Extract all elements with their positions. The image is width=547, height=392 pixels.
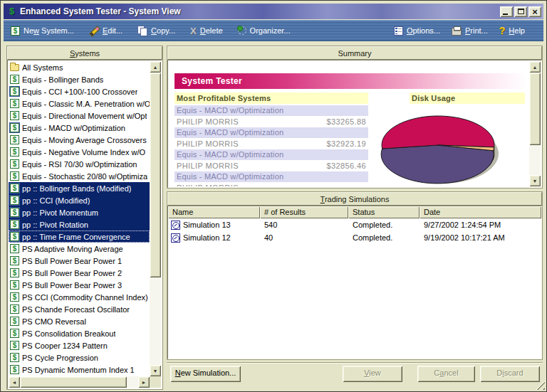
systems-list-item[interactable]: $Equis - RSI 70/30 w/Optimization [9, 158, 150, 170]
systems-list-item[interactable]: $PS CCI (Commodity Channel Index) [9, 291, 150, 303]
system-dollar-icon: $ [10, 280, 19, 290]
systems-listbox: All Systems$Equis - Bollinger Bands$Equi… [7, 60, 162, 389]
system-dollar-icon: $ [10, 220, 19, 229]
systems-list-item[interactable]: $Equis - Moving Average Crossovers [9, 134, 150, 146]
summary-vertical-scrollbar[interactable]: ▲ ▼ [529, 61, 541, 186]
systems-list-item[interactable]: $PS Dynamic Momentum Index 1 [9, 364, 150, 376]
systems-list-item[interactable]: $PS Cooper 1234 Pattern [9, 339, 150, 351]
organizer-icon [238, 26, 246, 35]
profitable-system-row: Equis - MACD w/Optimization [174, 105, 368, 116]
toolbar-delete-button[interactable]: XDelete [190, 26, 222, 36]
systems-list-item[interactable]: $PS Chande Forecast Oscillator [9, 303, 150, 315]
simulation-status: Completed. [348, 233, 420, 242]
toolbar-label: Copy... [151, 26, 175, 35]
systems-list-item[interactable]: $PS Bull Power Bear Power 3 [9, 279, 150, 291]
simulation-name: Simulation 13 [183, 221, 231, 229]
toolbar-options-button[interactable]: Options... [394, 26, 440, 36]
minimize-button[interactable] [500, 6, 513, 17]
profitable-symbol-row: PHILIP MORRIS [174, 182, 368, 186]
systems-list-item[interactable]: $PS Bull Power Bear Power 2 [9, 267, 150, 279]
profitable-symbol-row: PHILIP MORRIS$32856.46 [174, 160, 368, 171]
column-header-date[interactable]: Date [420, 206, 541, 218]
toolbar: $New System...Edit...Copy...XDeleteOrgan… [4, 20, 543, 41]
systems-list-item[interactable]: $pp :: Pivot Momentum [9, 206, 150, 218]
toolbar-organizer-button[interactable]: Organizer... [238, 26, 291, 35]
system-dollar-icon: $ [10, 99, 19, 108]
scroll-right-icon[interactable]: ► [138, 376, 150, 388]
discard-button[interactable]: Discard [480, 366, 540, 382]
scroll-down-icon[interactable]: ▼ [529, 175, 541, 186]
column-header-name[interactable]: Name [168, 206, 260, 218]
systems-list-item[interactable]: $Equis - Stochastic 20/80 w/Optimiza [9, 170, 150, 182]
maximize-button[interactable] [514, 6, 527, 17]
systems-list-item[interactable]: $Equis - CCI +100/-100 Crossover [9, 85, 150, 97]
disk-usage-header: Disk Usage [410, 92, 525, 104]
systems-list-item[interactable]: $pp :: Time Frame Convergence [9, 231, 150, 243]
systems-list-item[interactable]: $PS CMO Reversal [9, 315, 150, 327]
simulation-row[interactable]: Simulation 13540Completed.9/27/2002 1:24… [168, 218, 541, 231]
toolbar-help-button[interactable]: ?Help [499, 26, 525, 36]
system-label: Equis - Negative Volume Index w/O [22, 148, 145, 157]
toolbar-label: New System... [24, 26, 74, 35]
symbol-name: PHILIP MORRIS [177, 182, 239, 186]
systems-list-item[interactable]: $PS Consolidation Breakout [9, 327, 150, 339]
simulation-name: Simulation 12 [183, 233, 231, 242]
copy-icon [137, 26, 147, 36]
main-area: Systems All Systems$Equis - Bollinger Ba… [4, 42, 543, 388]
scrollbar-thumb[interactable] [150, 73, 161, 277]
simulation-row[interactable]: Simulation 1240Completed.9/19/2002 10:17… [168, 231, 541, 244]
system-dollar-icon: $ [10, 365, 19, 374]
simulation-date: 9/19/2002 10:17:21 AM [420, 233, 541, 242]
symbol-name: PHILIP MORRIS [177, 116, 239, 127]
systems-list-item[interactable]: $pp :: Bollinger Bands (Modified) [9, 182, 150, 194]
systems-list-item[interactable]: $Equis - Directional Movement w/Opt [9, 110, 150, 122]
systems-list-item[interactable]: $PS Adaptive Moving Average [9, 243, 150, 255]
systems-vertical-scrollbar[interactable]: ▲ ▼ [150, 61, 161, 376]
disk-usage-pie-chart [380, 111, 502, 186]
simulation-icon [171, 233, 180, 243]
systems-list-item[interactable]: $pp :: CCI (Modified) [9, 194, 150, 206]
view-button[interactable]: View [343, 366, 402, 382]
system-label: pp :: Pivot Rotation [22, 221, 88, 229]
toolbar-edit-button[interactable]: Edit... [89, 26, 123, 36]
column-header-status[interactable]: Status [348, 206, 420, 218]
cancel-button[interactable]: Cancel [417, 366, 475, 382]
toolbar-label: Edit... [103, 26, 123, 35]
scroll-up-icon[interactable]: ▲ [150, 61, 161, 73]
scroll-down-icon[interactable]: ▼ [150, 365, 161, 376]
systems-list-item[interactable]: $Equis - Bollinger Bands [9, 73, 150, 85]
app-icon: $ [7, 6, 16, 16]
system-label: PS Bull Power Bear Power 3 [22, 281, 122, 290]
delete-x-icon: X [190, 26, 197, 36]
simulations-table-header: Name # of Results Status Date [168, 206, 541, 218]
systems-list-item[interactable]: $Equis - Negative Volume Index w/O [9, 146, 150, 158]
column-header-results[interactable]: # of Results [260, 206, 348, 218]
systems-list-item[interactable]: $Equis - MACD w/Optimization [9, 122, 150, 134]
toolbar-new-system-button[interactable]: $New System... [11, 26, 74, 36]
systems-horizontal-scrollbar[interactable]: ◄ ► [9, 376, 150, 388]
toolbar-copy-button[interactable]: Copy... [137, 26, 175, 36]
scroll-left-icon[interactable]: ◄ [9, 376, 20, 388]
systems-list-item[interactable]: $Equis - Classic M.A. Penetration w/O [9, 97, 150, 110]
system-label: PS Bull Power Bear Power 2 [22, 269, 122, 277]
toolbar-label: Print... [465, 26, 488, 35]
system-label: Equis - Moving Average Crossovers [22, 136, 147, 144]
system-label: pp :: CCI (Modified) [22, 196, 90, 205]
trading-simulations-title: Trading Simulations [167, 192, 542, 206]
summary-report: System Tester Most Profitable Systems Di… [169, 61, 529, 186]
close-button[interactable]: × [528, 6, 541, 17]
pie-slice-purple [381, 145, 494, 184]
new-simulation-button[interactable]: New Simulation... [170, 366, 241, 382]
report-banner: System Tester [174, 73, 525, 89]
system-dollar-icon: $ [10, 184, 19, 193]
systems-list-item[interactable]: $PS Cycle Progression [9, 351, 150, 364]
toolbar-print-button[interactable]: Print... [452, 26, 488, 36]
systems-list-item[interactable]: $pp :: Pivot Rotation [9, 218, 150, 231]
scrollbar-thumb[interactable] [529, 73, 541, 145]
systems-list-item[interactable]: $PS Bull Power Bear Power 1 [9, 255, 150, 267]
scrollbar-thumb[interactable] [20, 376, 127, 388]
systems-list-item[interactable]: All Systems [9, 61, 150, 73]
simulation-status: Completed. [348, 221, 420, 229]
help-icon: ? [499, 26, 506, 36]
scroll-up-icon[interactable]: ▲ [529, 61, 541, 73]
